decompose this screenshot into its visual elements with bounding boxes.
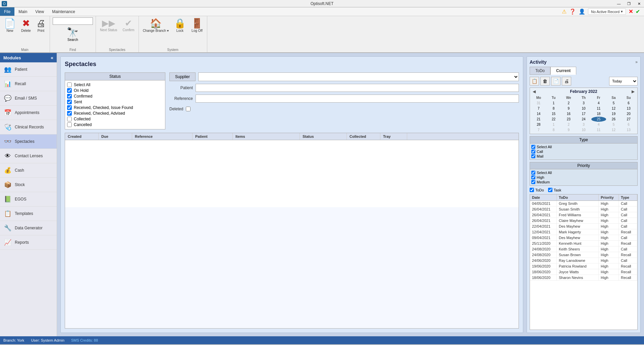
status-confirmed-checkbox[interactable] — [67, 94, 72, 99]
delete-button[interactable]: ✖ Delete — [19, 17, 33, 34]
search-button[interactable]: 🔭 Search — [65, 25, 80, 43]
cal-day[interactable]: 8 — [546, 127, 561, 132]
status-received-advised[interactable]: Received, Checked, Advised — [67, 111, 163, 116]
status-collected[interactable]: Collected — [67, 117, 163, 121]
activity-expand-button[interactable]: » — [635, 60, 638, 64]
cal-day[interactable]: 11 — [591, 127, 606, 132]
act-table-row[interactable]: 18/06/2020 Sharon Nevins High Recall — [530, 275, 637, 281]
col-collected[interactable]: Collected — [347, 133, 380, 140]
cal-day[interactable]: 15 — [546, 111, 561, 116]
cal-day[interactable]: 6 — [621, 101, 636, 106]
act-table-row[interactable]: 04/05/2021 Greg Smith High Call — [530, 201, 637, 207]
todo-check[interactable]: ToDo — [530, 188, 544, 192]
reference-input[interactable] — [196, 95, 519, 103]
cal-day[interactable]: 19 — [606, 111, 621, 116]
menu-main[interactable]: Main — [14, 7, 31, 16]
cal-day[interactable]: 7 — [531, 106, 546, 111]
act-col-todo[interactable]: ToDo — [557, 194, 599, 200]
act-table-row[interactable]: 09/04/2021 Des Mayhew High Call — [530, 235, 637, 241]
col-status[interactable]: Status — [300, 133, 347, 140]
calendar-next[interactable]: ▶ — [631, 89, 636, 94]
cal-day[interactable]: 12 — [606, 106, 621, 111]
col-due[interactable]: Due — [99, 133, 132, 140]
status-sent-checkbox[interactable] — [67, 100, 72, 104]
cal-day[interactable]: 10 — [576, 127, 591, 132]
act-btn-view[interactable]: 📄 — [551, 77, 560, 85]
sidebar-item-spectacles[interactable]: 👓 Spectacles — [0, 134, 57, 149]
col-created[interactable]: Created — [65, 133, 99, 140]
active-record-check[interactable]: ✔ — [636, 8, 640, 15]
window-close-button[interactable]: ✕ — [634, 0, 644, 7]
help-icon[interactable]: ❓ — [569, 8, 576, 15]
act-table-row[interactable]: 26/04/2021 Claire Mayhew High Call — [530, 218, 637, 224]
cal-day[interactable]: 7 — [531, 127, 546, 132]
cal-day[interactable]: 12 — [606, 127, 621, 132]
cal-day[interactable]: 8 — [546, 106, 561, 111]
cal-day[interactable]: 5 — [606, 122, 621, 127]
act-table-row[interactable]: 19/06/2020 Patricia Rowland High Recall — [530, 264, 637, 269]
sidebar-item-egos[interactable]: 📗 EGOS — [0, 192, 57, 207]
priority-select-all-checkbox[interactable] — [531, 171, 535, 175]
type-call-checkbox[interactable] — [531, 150, 535, 154]
status-received-issue-checkbox[interactable] — [67, 105, 72, 110]
cal-day[interactable]: 13 — [621, 127, 636, 132]
cal-day[interactable]: 22 — [546, 117, 561, 122]
priority-high-checkbox[interactable] — [531, 175, 535, 179]
status-received-issue[interactable]: Received, Checked, Issue Found — [67, 105, 163, 110]
supplier-button[interactable]: Supplier — [169, 72, 196, 81]
cal-day[interactable]: 9 — [561, 106, 576, 111]
sidebar-item-stock[interactable]: 📦 Stock — [0, 178, 57, 192]
change-branch-button[interactable]: 🏠 Change Branch ▾ — [141, 17, 171, 34]
type-select-all[interactable]: Select All — [531, 145, 636, 149]
cal-day[interactable]: 3 — [576, 101, 591, 106]
act-table-row[interactable]: 26/04/2021 Fred Williams High Call — [530, 212, 637, 218]
status-received-advised-checkbox[interactable] — [67, 111, 72, 116]
act-table-row[interactable]: 12/04/2021 Mark Hagerty High Recall — [530, 229, 637, 235]
modules-collapse-button[interactable]: « — [51, 55, 53, 60]
cal-day[interactable]: 13 — [621, 106, 636, 111]
deleted-checkbox[interactable] — [186, 107, 191, 111]
col-patient[interactable]: Patient — [193, 133, 233, 140]
sidebar-item-contact-lenses[interactable]: 👁 Contact Lenses — [0, 149, 57, 163]
todo-checkbox[interactable] — [530, 188, 534, 192]
cal-day[interactable]: 18 — [591, 111, 606, 116]
lock-button[interactable]: 🔒 Lock — [172, 17, 188, 34]
status-select-all[interactable]: Select All — [67, 82, 163, 87]
task-check[interactable]: Task — [548, 188, 561, 192]
act-btn-print[interactable]: 🖨 — [562, 77, 571, 85]
act-table-row[interactable]: 18/06/2020 Joyce Watts High Recall — [530, 269, 637, 275]
cal-day[interactable]: 1 — [546, 122, 561, 127]
cal-day[interactable]: 2 — [561, 122, 576, 127]
sidebar-item-appointments[interactable]: 📅 Appointments — [0, 106, 57, 120]
priority-select-all[interactable]: Select All — [531, 171, 636, 175]
act-table-row[interactable]: 25/11/2020 Kenneth Hunt High Recall — [530, 241, 637, 246]
new-button[interactable]: 📄 New — [2, 17, 18, 34]
cal-day[interactable]: 24 — [576, 117, 591, 122]
cal-day[interactable]: 31 — [531, 101, 546, 106]
sidebar-item-clinical-records[interactable]: 🩺 Clinical Records — [0, 120, 57, 134]
status-on-hold[interactable]: On Hold — [67, 88, 163, 93]
status-cancelled[interactable]: Cancelled — [67, 122, 163, 127]
act-table-row[interactable]: 22/04/2021 Des Mayhew High Call — [530, 224, 637, 229]
status-confirmed[interactable]: Confirmed — [67, 94, 163, 99]
menu-file[interactable]: File — [0, 7, 14, 16]
status-on-hold-checkbox[interactable] — [67, 88, 72, 93]
type-select-all-checkbox[interactable] — [531, 145, 535, 149]
act-table-row[interactable]: 26/04/2021 Susan Smith High Call — [530, 207, 637, 212]
cal-day[interactable]: 3 — [576, 122, 591, 127]
cal-day-today[interactable]: 25 — [591, 117, 606, 122]
act-table-row[interactable]: 24/08/2020 Keith Sheers High Call — [530, 246, 637, 252]
col-items[interactable]: Items — [233, 133, 300, 140]
cal-day[interactable]: 23 — [561, 117, 576, 122]
cal-day[interactable]: 14 — [531, 111, 546, 116]
sidebar-item-patient[interactable]: 👥 Patient — [0, 62, 57, 77]
status-cancelled-checkbox[interactable] — [67, 122, 72, 127]
cal-day[interactable]: 17 — [576, 111, 591, 116]
sidebar-item-data-generator[interactable]: 🔧 Data Generator — [0, 221, 57, 235]
cal-day[interactable]: 28 — [531, 122, 546, 127]
act-col-priority[interactable]: Priority — [599, 194, 619, 200]
cal-day[interactable]: 16 — [561, 111, 576, 116]
type-call[interactable]: Call — [531, 150, 636, 154]
act-btn-delete[interactable]: 🗑 — [540, 77, 550, 85]
menu-maintenance[interactable]: Maintenance — [48, 7, 79, 16]
